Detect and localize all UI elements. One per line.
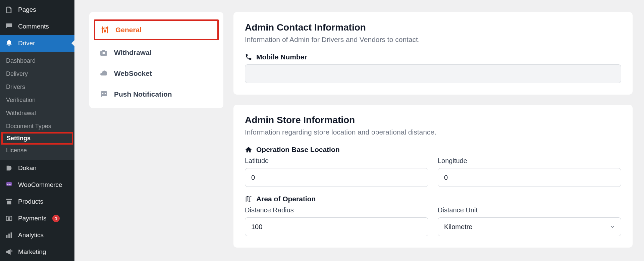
marketing-item[interactable]: Marketing bbox=[0, 244, 74, 260]
svg-text:woo: woo bbox=[7, 183, 11, 185]
longitude-label: Longitude bbox=[438, 157, 621, 165]
woocommerce-item[interactable]: woo WooCommerce bbox=[0, 176, 74, 193]
megaphone-icon bbox=[5, 248, 13, 256]
phone-icon bbox=[245, 53, 252, 61]
svg-point-15 bbox=[105, 93, 106, 94]
card-title: Admin Store Information bbox=[245, 115, 621, 125]
tab-label: Push Notification bbox=[114, 90, 172, 98]
tab-general[interactable]: General bbox=[94, 19, 219, 40]
tab-label: Withdrawal bbox=[114, 49, 152, 57]
distance-radius-input[interactable] bbox=[245, 217, 428, 236]
sidebar-label: Dokan bbox=[18, 164, 37, 172]
driver-sub-doctypes[interactable]: Document Types bbox=[0, 120, 74, 133]
dokan-icon bbox=[5, 164, 13, 172]
sidebar-label: Comments bbox=[18, 23, 49, 30]
driver-sub-delivery[interactable]: Delivery bbox=[0, 67, 74, 81]
tab-push[interactable]: Push Notification bbox=[89, 84, 223, 105]
products-item[interactable]: Products bbox=[0, 193, 74, 210]
payments-badge: 1 bbox=[52, 215, 60, 222]
sidebar-label: Payments bbox=[18, 215, 46, 222]
svg-point-14 bbox=[104, 93, 105, 94]
svg-rect-5 bbox=[11, 232, 12, 238]
sidebar-label: Analytics bbox=[18, 231, 44, 239]
analytics-icon bbox=[5, 231, 13, 240]
card-admin-store: Admin Store Information Information rega… bbox=[233, 105, 633, 248]
svg-point-13 bbox=[102, 93, 103, 94]
pages-icon bbox=[5, 5, 13, 14]
driver-submenu: Dashboard Delivery Drivers Verification … bbox=[0, 52, 74, 160]
location-head: Operation Base Location bbox=[256, 146, 340, 154]
chat-icon bbox=[99, 90, 108, 99]
longitude-input[interactable] bbox=[438, 168, 621, 187]
svg-rect-3 bbox=[6, 235, 8, 238]
archive-icon bbox=[5, 197, 13, 206]
map-icon bbox=[245, 195, 252, 203]
radius-label: Distance Radius bbox=[245, 206, 428, 214]
sidebar-label: WooCommerce bbox=[18, 181, 62, 189]
comments-item[interactable]: Comments bbox=[0, 18, 74, 35]
driver-item[interactable]: Driver bbox=[0, 35, 74, 52]
driver-sub-verification[interactable]: Verification bbox=[0, 94, 74, 107]
driver-sub-drivers[interactable]: Drivers bbox=[0, 81, 74, 94]
cloud-icon bbox=[99, 69, 108, 78]
sidebar-label: Driver bbox=[18, 40, 35, 47]
card-title: Admin Contact Information bbox=[245, 22, 621, 33]
unit-label: Distance Unit bbox=[438, 206, 621, 214]
dokan-item[interactable]: Dokan bbox=[0, 160, 74, 176]
home-icon bbox=[245, 146, 252, 153]
card-desc: Information of Admin for Drivers and Ven… bbox=[245, 36, 621, 44]
tab-label: General bbox=[115, 26, 142, 34]
analytics-item[interactable]: Analytics bbox=[0, 227, 74, 244]
settings-tabs: General Withdrawal WebSocket Push Notifi… bbox=[89, 12, 223, 108]
svg-point-9 bbox=[104, 31, 106, 32]
area-head: Area of Operation bbox=[256, 195, 316, 203]
svg-point-7 bbox=[102, 28, 103, 29]
latitude-label: Latitude bbox=[245, 157, 428, 165]
page-content: General Withdrawal WebSocket Push Notifi… bbox=[74, 0, 644, 261]
tab-label: WebSocket bbox=[114, 69, 152, 77]
tab-withdrawal[interactable]: Withdrawal bbox=[89, 42, 223, 63]
sidebar-label: Marketing bbox=[18, 248, 46, 256]
svg-point-11 bbox=[107, 27, 108, 29]
driver-sub-settings[interactable]: Settings bbox=[1, 132, 73, 145]
sidebar-label: Products bbox=[18, 198, 43, 205]
svg-point-12 bbox=[103, 52, 105, 54]
sidebar-label: Pages bbox=[18, 6, 36, 13]
driver-sub-dashboard[interactable]: Dashboard bbox=[0, 54, 74, 67]
distance-unit-select[interactable]: Kilometre bbox=[438, 217, 621, 236]
driver-sub-license[interactable]: License bbox=[0, 144, 74, 157]
payments-icon bbox=[5, 214, 13, 223]
comment-icon bbox=[5, 22, 13, 31]
latitude-input[interactable] bbox=[245, 168, 428, 187]
payments-item[interactable]: Payments 1 bbox=[0, 210, 74, 227]
bell-icon bbox=[5, 39, 13, 48]
pages-item[interactable]: Pages bbox=[0, 1, 74, 18]
card-desc: Information regarding store location and… bbox=[245, 128, 621, 136]
mobile-number-input[interactable] bbox=[245, 64, 621, 83]
driver-sub-withdrawal[interactable]: Withdrawal bbox=[0, 107, 74, 120]
svg-rect-4 bbox=[8, 233, 10, 238]
tab-websocket[interactable]: WebSocket bbox=[89, 63, 223, 84]
card-admin-contact: Admin Contact Information Information of… bbox=[233, 12, 633, 95]
woo-icon: woo bbox=[5, 180, 13, 189]
admin-sidebar: Pages Comments Driver Dashboard Delivery… bbox=[0, 0, 74, 261]
camera-icon bbox=[99, 48, 108, 57]
sliders-icon bbox=[101, 25, 109, 34]
mobile-label: Mobile Number bbox=[256, 53, 307, 61]
